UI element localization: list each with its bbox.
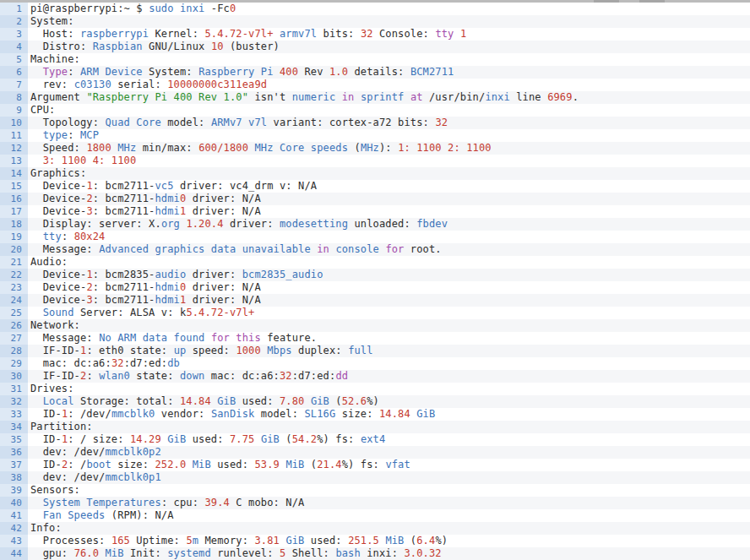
line-number: 30 bbox=[0, 370, 28, 383]
code-line: 29 mac: dc:a6:32:d7:ed:db bbox=[0, 357, 750, 370]
line-number: 7 bbox=[0, 79, 28, 91]
code-line: 21Audio: bbox=[0, 256, 750, 269]
code-line: 18 Display: server: X.org 1.20.4 driver:… bbox=[0, 218, 750, 231]
code-text: Processes: 165 Uptime: 5m Memory: 3.81 G… bbox=[28, 535, 750, 547]
code-text: Message: Advanced graphics data unavaila… bbox=[28, 243, 750, 256]
code-text: Device-2: bcm2711-hdmi0 driver: N/A bbox=[28, 281, 750, 294]
code-text: Distro: Raspbian GNU/Linux 10 (buster) bbox=[28, 41, 750, 53]
code-text: ID-2: /boot size: 252.0 MiB used: 53.9 M… bbox=[28, 459, 750, 471]
code-line: 41 Fan Speeds (RPM): N/A bbox=[0, 509, 750, 522]
line-number: 22 bbox=[0, 269, 28, 281]
code-text: 3: 1100 4: 1100 bbox=[28, 155, 750, 167]
code-line: 7 rev: c03130 serial: 10000000c311ea9d bbox=[0, 79, 750, 91]
code-text: dev: /dev/mmcblk0p1 bbox=[28, 471, 750, 484]
code-line: 1pi@raspberrypi:~ $ sudo inxi -Fc0 bbox=[0, 3, 750, 15]
code-text: Message: No ARM data found for this feat… bbox=[28, 332, 750, 345]
code-line: 3 Host: raspberrypi Kernel: 5.4.72-v7l+ … bbox=[0, 28, 750, 41]
line-number: 15 bbox=[0, 180, 28, 193]
code-text: Device-2: bcm2711-hdmi0 driver: N/A bbox=[28, 193, 750, 205]
code-line: 11 type: MCP bbox=[0, 129, 750, 142]
code-line: 44 gpu: 76.0 MiB Init: systemd runlevel:… bbox=[0, 547, 750, 560]
code-line: 26Network: bbox=[0, 319, 750, 332]
code-line: 30 IF-ID-2: wlan0 state: down mac: dc:a6… bbox=[0, 370, 750, 383]
code-line: 15 Device-1: bcm2711-vc5 driver: vc4_drm… bbox=[0, 180, 750, 193]
top-edge-strip bbox=[0, 0, 750, 3]
code-line: 38 dev: /dev/mmcblk0p1 bbox=[0, 471, 750, 484]
code-text: IF-ID-2: wlan0 state: down mac: dc:a6:32… bbox=[28, 370, 750, 383]
code-line: 17 Device-3: bcm2711-hdmi1 driver: N/A bbox=[0, 205, 750, 218]
code-text: Device-3: bcm2711-hdmi1 driver: N/A bbox=[28, 294, 750, 307]
line-number: 13 bbox=[0, 155, 28, 167]
code-line: 39Sensors: bbox=[0, 484, 750, 497]
line-number: 14 bbox=[0, 167, 28, 180]
code-line: 14Graphics: bbox=[0, 167, 750, 180]
code-line: 36 dev: /dev/mmcblk0p2 bbox=[0, 446, 750, 459]
line-number: 32 bbox=[0, 395, 28, 408]
line-number: 23 bbox=[0, 281, 28, 294]
code-text: Drives: bbox=[28, 383, 750, 395]
code-text: Speed: 1800 MHz min/max: 600/1800 MHz Co… bbox=[28, 142, 750, 155]
code-text: CPU: bbox=[28, 104, 750, 117]
line-number: 27 bbox=[0, 332, 28, 345]
code-text: Fan Speeds (RPM): N/A bbox=[28, 509, 750, 522]
code-text: Display: server: X.org 1.20.4 driver: mo… bbox=[28, 218, 750, 231]
line-number: 44 bbox=[0, 547, 28, 560]
code-text: Machine: bbox=[28, 53, 750, 66]
code-line: 24 Device-3: bcm2711-hdmi1 driver: N/A bbox=[0, 294, 750, 307]
code-text: Partition: bbox=[28, 421, 750, 433]
code-text: Type: ARM Device System: Raspberry Pi 40… bbox=[28, 66, 750, 79]
code-line: 42Info: bbox=[0, 522, 750, 535]
code-lines: 1pi@raspberrypi:~ $ sudo inxi -Fc02Syste… bbox=[0, 3, 750, 560]
code-line: 35 ID-1: / size: 14.29 GiB used: 7.75 Gi… bbox=[0, 433, 750, 446]
code-text: pi@raspberrypi:~ $ sudo inxi -Fc0 bbox=[28, 3, 750, 15]
code-text: Device-3: bcm2711-hdmi1 driver: N/A bbox=[28, 205, 750, 218]
line-number: 12 bbox=[0, 142, 28, 155]
line-number: 6 bbox=[0, 66, 28, 79]
code-text: rev: c03130 serial: 10000000c311ea9d bbox=[28, 79, 750, 91]
line-number: 37 bbox=[0, 459, 28, 471]
code-line: 16 Device-2: bcm2711-hdmi0 driver: N/A bbox=[0, 193, 750, 205]
code-text: gpu: 76.0 MiB Init: systemd runlevel: 5 … bbox=[28, 547, 750, 560]
line-number: 2 bbox=[0, 15, 28, 28]
code-line: 37 ID-2: /boot size: 252.0 MiB used: 53.… bbox=[0, 459, 750, 471]
line-number: 17 bbox=[0, 205, 28, 218]
line-number: 29 bbox=[0, 357, 28, 370]
code-text: Topology: Quad Core model: ARMv7 v7l var… bbox=[28, 117, 750, 129]
line-number: 28 bbox=[0, 345, 28, 357]
line-number: 25 bbox=[0, 307, 28, 319]
line-number: 33 bbox=[0, 408, 28, 421]
inxi-output-viewer: 1pi@raspberrypi:~ $ sudo inxi -Fc02Syste… bbox=[0, 3, 750, 560]
code-line: 10 Topology: Quad Core model: ARMv7 v7l … bbox=[0, 117, 750, 129]
line-number: 21 bbox=[0, 256, 28, 269]
code-text: ID-1: /dev/mmcblk0 vendor: SanDisk model… bbox=[28, 408, 750, 421]
line-number: 1 bbox=[0, 3, 28, 15]
line-number: 24 bbox=[0, 294, 28, 307]
line-number: 26 bbox=[0, 319, 28, 332]
line-number: 35 bbox=[0, 433, 28, 446]
line-number: 38 bbox=[0, 471, 28, 484]
line-number: 18 bbox=[0, 218, 28, 231]
line-number: 8 bbox=[0, 91, 28, 104]
code-line: 22 Device-1: bcm2835-audio driver: bcm28… bbox=[0, 269, 750, 281]
line-number: 34 bbox=[0, 421, 28, 433]
code-text: mac: dc:a6:32:d7:ed:db bbox=[28, 357, 750, 370]
code-text: Argument "Raspberry Pi 400 Rev 1.0" isn'… bbox=[28, 91, 750, 104]
code-line: 13 3: 1100 4: 1100 bbox=[0, 155, 750, 167]
line-number: 16 bbox=[0, 193, 28, 205]
code-line: 32 Local Storage: total: 14.84 GiB used:… bbox=[0, 395, 750, 408]
code-line: 2System: bbox=[0, 15, 750, 28]
code-text: Info: bbox=[28, 522, 750, 535]
code-text: Sound Server: ALSA v: k5.4.72-v7l+ bbox=[28, 307, 750, 319]
code-text: System: bbox=[28, 15, 750, 28]
code-text: Local Storage: total: 14.84 GiB used: 7.… bbox=[28, 395, 750, 408]
code-text: System Temperatures: cpu: 39.4 C mobo: N… bbox=[28, 497, 750, 509]
code-text: dev: /dev/mmcblk0p2 bbox=[28, 446, 750, 459]
code-line: 4 Distro: Raspbian GNU/Linux 10 (buster) bbox=[0, 41, 750, 53]
code-text: Graphics: bbox=[28, 167, 750, 180]
code-text: Device-1: bcm2835-audio driver: bcm2835_… bbox=[28, 269, 750, 281]
code-text: Device-1: bcm2711-vc5 driver: vc4_drm v:… bbox=[28, 180, 750, 193]
line-number: 43 bbox=[0, 535, 28, 547]
line-number: 10 bbox=[0, 117, 28, 129]
tab-shadow-segment bbox=[639, 0, 665, 3]
line-number: 31 bbox=[0, 383, 28, 395]
